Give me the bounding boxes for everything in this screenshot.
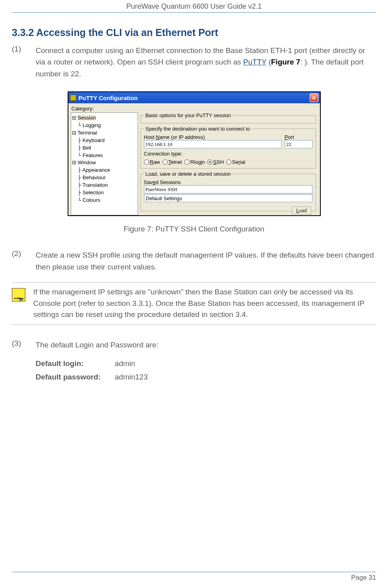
tree-logging-label: Logging [83,122,101,128]
note-block: If the management IP settings are "unkno… [12,282,376,325]
tree-logging[interactable]: └ Logging [72,122,137,129]
page-number: Page 31 [351,574,376,581]
figure-ref-bold: Figure 7 [271,58,300,66]
section-heading: 3.3.2 Accessing the CLI via an Ethernet … [12,27,376,38]
step-1-text-b: ( [267,58,271,66]
tree-appearance-label: Appearance [82,167,110,173]
step-1-number: (1) [12,45,36,80]
default-password-value: admin123 [115,371,148,383]
note-text: If the management IP settings are "unkno… [33,286,376,321]
tree-keyboard-label: Keyboard [83,137,105,143]
stored-session-group: Load, save or delete a stored session Sa… [140,171,316,211]
step-3: (3) The default Login and Password are: … [12,339,376,384]
tree-translation[interactable]: ├ Translation [72,182,137,189]
tree-behaviour[interactable]: ├ Behaviour [72,174,137,182]
document-header: PureWave Quantum 6600 User Guide v2.1 [12,0,376,13]
radio-raw[interactable]: Raw [144,159,160,165]
default-login-value: admin [115,358,135,369]
putty-link[interactable]: PuTTY [243,58,267,66]
tree-features[interactable]: └ Features [72,152,137,159]
tree-terminal-label: Terminal [78,130,97,136]
radio-telnet[interactable]: Telnet [163,159,182,165]
step-3-number: (3) [12,339,36,384]
conn-type-label: Connection type: [144,151,312,157]
host-input[interactable] [144,140,282,148]
step-1: (1) Connect a computer using an Ethernet… [12,45,376,80]
page-footer: Page 31 [12,572,376,582]
destination-group: Specify the destination you want to conn… [140,126,316,169]
sessions-list[interactable]: Default Settings [144,194,312,202]
host-label: Host Name (or IP address) [144,134,282,140]
destination-legend: Specify the destination you want to conn… [144,126,252,132]
step-1-body: Connect a computer using an Ethernet con… [36,45,376,80]
step-3-intro: The default Login and Password are: [36,339,376,351]
radio-rlogin[interactable]: Rlogin [184,159,205,165]
tree-session-label: Session [78,115,96,121]
stored-session-legend: Load, save or delete a stored session [144,171,233,177]
port-label: Port [285,134,312,140]
putty-title: PuTTY Configuration [79,95,307,101]
saved-sessions-input[interactable] [144,185,312,193]
tree-colours[interactable]: └ Colours [72,197,137,204]
close-button[interactable]: ✕ [310,93,318,102]
category-tree[interactable]: ⊟ Session └ Logging ⊟ Terminal ├ Keyboar… [71,112,138,215]
step-2: (2) Create a new SSH profile using the d… [12,249,376,273]
category-label: Category: [72,106,318,112]
tree-terminal[interactable]: ⊟ Terminal [72,129,137,137]
note-icon [12,288,25,302]
tree-behaviour-label: Behaviour [83,175,106,180]
radio-ssh[interactable]: SSH [207,159,224,165]
tree-keyboard[interactable]: ├ Keyboard [72,137,137,144]
tree-window-label: Window [78,159,96,165]
radio-serial[interactable]: Serial [226,159,245,165]
basic-options-legend: Basic options for your PuTTY session [144,112,233,118]
port-input[interactable] [285,140,312,148]
step-3-body: The default Login and Password are: Defa… [36,339,376,384]
tree-selection[interactable]: ├ Selection [72,189,137,197]
tree-features-label: Features [83,152,103,158]
tree-colours-label: Colours [83,197,100,203]
putty-app-icon [70,95,76,101]
saved-sessions-label: Saved Sessions [144,179,312,185]
basic-options-group: Basic options for your PuTTY session [140,112,316,123]
default-password-label: Default password: [36,371,115,383]
putty-window: PuTTY Configuration ✕ Category: ⊟ Sessio… [68,91,321,216]
tree-bell-label: Bell [83,145,91,151]
figure-caption: Figure 7: PuTTY SSH Client Configuration [12,225,376,233]
putty-titlebar: PuTTY Configuration ✕ [68,92,320,103]
figure-reference: Figure 7 [271,58,300,66]
tree-session[interactable]: ⊟ Session [72,114,137,122]
tree-selection-label: Selection [83,190,104,195]
tree-appearance[interactable]: ├ Appearance [72,167,137,174]
default-login-label: Default login: [36,358,115,369]
step-2-body: Create a new SSH profile using the defau… [36,249,376,273]
load-button[interactable]: Load [292,207,311,214]
step-2-number: (2) [12,249,36,273]
tree-window[interactable]: ⊟ Window [72,159,137,167]
tree-bell[interactable]: ├ Bell [72,144,137,152]
tree-translation-label: Translation [83,182,108,188]
